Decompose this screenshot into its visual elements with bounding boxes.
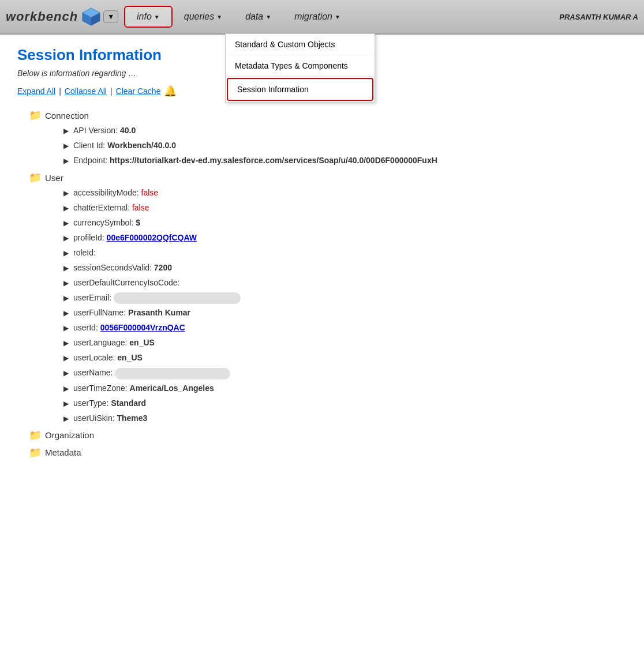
bullet-icon: ▶	[63, 248, 69, 258]
nav-info-arrow: ▼	[154, 14, 160, 20]
info-dropdown-menu: Standard & Custom Objects Metadata Types…	[225, 33, 375, 103]
tree-item: ▶ API Version: 40.0	[63, 125, 627, 137]
folder-connection-icon: 📁	[29, 109, 42, 122]
tree-item-userlanguage: ▶ userLanguage: en_US	[63, 337, 627, 349]
tree-item-accessibility: ▶ accessibilityMode: false	[63, 187, 627, 199]
bullet-icon: ▶	[63, 293, 69, 303]
tree-item-useruiskin: ▶ userUiSkin: Theme3	[63, 412, 627, 424]
logo-dropdown-arrow[interactable]: ▼	[103, 10, 118, 23]
tree-item-roleid: ▶ roleId:	[63, 247, 627, 259]
folder-metadata-icon: 📁	[29, 446, 42, 459]
bullet-icon: ▶	[63, 278, 69, 288]
folder-org-icon: 📁	[29, 429, 42, 442]
folder-connection-label: Connection	[45, 111, 89, 121]
nav-items: info ▼ queries ▼ data ▼ migration ▼	[124, 6, 352, 28]
bullet-icon: ▶	[63, 353, 69, 363]
nav-migration-label: migration	[294, 12, 332, 22]
bullet-icon: ▶	[63, 141, 69, 151]
folder-org-label: Organization	[45, 430, 94, 440]
folder-connection[interactable]: 📁 Connection	[29, 109, 627, 122]
folder-user[interactable]: 📁 User	[29, 171, 627, 184]
sep2: |	[110, 86, 113, 96]
nav-item-data[interactable]: data ▼	[234, 7, 283, 27]
tree-item-userfullname: ▶ userFullName: Prasanth Kumar	[63, 307, 627, 319]
bullet-icon: ▶	[63, 368, 69, 378]
tree-item-userlocale: ▶ userLocale: en_US	[63, 352, 627, 364]
nav-queries-arrow: ▼	[216, 14, 222, 20]
nav-item-queries[interactable]: queries ▼	[173, 7, 234, 27]
tree-item-useremail: ▶ userEmail:	[63, 292, 627, 304]
dropdown-item-metadata-types[interactable]: Metadata Types & Components	[226, 55, 375, 77]
bullet-icon: ▶	[63, 156, 69, 166]
connection-children: ▶ API Version: 40.0 ▶ Client Id: Workben…	[29, 125, 627, 167]
bullet-icon: ▶	[63, 218, 69, 228]
folder-user-label: User	[45, 173, 63, 183]
nav-queries-label: queries	[184, 12, 214, 22]
logo-text: workbench	[6, 9, 78, 24]
bullet-icon: ▶	[63, 398, 69, 409]
cache-bell-icon: 🔔	[164, 85, 177, 97]
nav-item-migration[interactable]: migration ▼	[283, 7, 352, 27]
navbar: workbench ▼ info ▼ queries ▼ data ▼ migr…	[0, 0, 644, 35]
collapse-all-link[interactable]: Collapse All	[65, 86, 107, 96]
folder-organization[interactable]: 📁 Organization	[29, 429, 627, 442]
redacted-email	[114, 292, 241, 304]
tree-item-userid: ▶ userId: 0056F000004VrznQAC	[63, 322, 627, 334]
bullet-icon: ▶	[63, 308, 69, 318]
nav-info-label: info	[137, 12, 152, 22]
tree-item-timezone: ▶ userTimeZone: America/Los_Angeles	[63, 382, 627, 394]
main-content: Session Information Below is information…	[0, 35, 644, 662]
user-children: ▶ accessibilityMode: false ▶ chatterExte…	[29, 187, 627, 424]
bullet-icon: ▶	[63, 383, 69, 394]
bullet-icon: ▶	[63, 338, 69, 348]
logo-area: workbench ▼	[6, 7, 118, 27]
folder-metadata[interactable]: 📁 Metadata	[29, 446, 627, 459]
bullet-icon: ▶	[63, 263, 69, 273]
tree-container: 📁 Connection ▶ API Version: 40.0 ▶ Clien…	[17, 109, 627, 459]
tree-item-default-currency: ▶ userDefaultCurrencyIsoCode:	[63, 277, 627, 289]
tree-item-profileid: ▶ profileId: 00e6F000002QQfCQAW	[63, 232, 627, 244]
tree-item-username: ▶ userName:	[63, 367, 627, 379]
logo-cube-icon	[81, 7, 101, 27]
folder-metadata-label: Metadata	[45, 447, 81, 457]
tree-item: ▶ Endpoint: https://tutorialkart-dev-ed.…	[63, 155, 627, 167]
tree-item-chatter: ▶ chatterExternal: false	[63, 202, 627, 214]
nav-data-arrow: ▼	[265, 14, 271, 20]
bullet-icon: ▶	[63, 203, 69, 213]
clear-cache-link[interactable]: Clear Cache	[116, 86, 161, 96]
bullet-icon: ▶	[63, 188, 69, 198]
nav-migration-arrow: ▼	[335, 14, 340, 20]
tree-item: ▶ Client Id: Workbench/40.0.0	[63, 140, 627, 152]
dropdown-item-session-info[interactable]: Session Information	[227, 78, 373, 101]
dropdown-item-standard-objects[interactable]: Standard & Custom Objects	[226, 34, 375, 55]
bullet-icon: ▶	[63, 413, 69, 424]
sep1: |	[59, 86, 61, 96]
user-info: PRASANTH KUMAR A	[559, 13, 638, 21]
expand-all-link[interactable]: Expand All	[17, 86, 55, 96]
nav-item-info[interactable]: info ▼	[124, 6, 173, 28]
tree-item-session-seconds: ▶ sessionSecondsValid: 7200	[63, 262, 627, 274]
bullet-icon: ▶	[63, 126, 69, 136]
redacted-username	[115, 368, 230, 379]
folder-user-icon: 📁	[29, 171, 42, 184]
nav-data-label: data	[245, 12, 263, 22]
tree-item-currency: ▶ currencySymbol: $	[63, 217, 627, 229]
bullet-icon: ▶	[63, 233, 69, 243]
tree-item-usertype: ▶ userType: Standard	[63, 397, 627, 409]
bullet-icon: ▶	[63, 323, 69, 333]
